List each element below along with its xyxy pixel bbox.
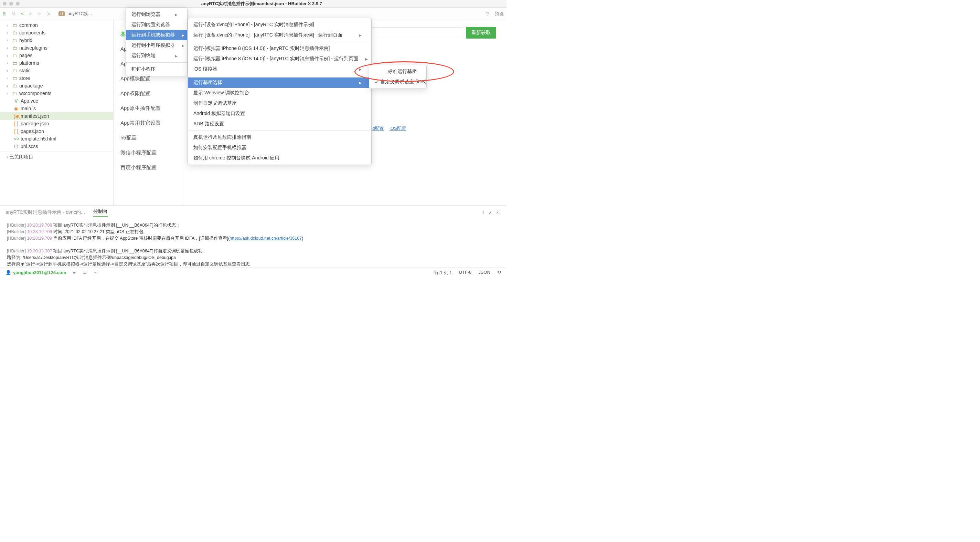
maximize-circle-icon[interactable]	[16, 2, 20, 5]
title-bar: anyRTC实时消息插件示例/manifest.json - HBuilder …	[0, 0, 506, 8]
forward-icon[interactable]: >	[29, 11, 32, 16]
file-icon: V	[14, 98, 19, 104]
file-icon: [ ]	[14, 128, 19, 134]
folder-wxcomponents[interactable]: ›🗀wxcomponents	[0, 89, 113, 97]
file-icon: [◉]	[14, 113, 19, 119]
menu-item[interactable]: 运行到浏览器▶	[126, 9, 187, 20]
tab-running[interactable]: anyRTC实时消息插件示例 - dvnc的...	[5, 209, 85, 215]
config-nav-item[interactable]: App常用其它设置	[113, 116, 182, 131]
ios-config-link-2[interactable]: iOS配置	[390, 126, 406, 131]
menu-item[interactable]: 制作自定义调试基座	[188, 98, 371, 108]
check-icon: ✓	[375, 79, 379, 85]
file-package.json[interactable]: [ ]package.json	[0, 120, 113, 128]
menu-item[interactable]: ✓自定义调试基座 (iOS)	[369, 77, 426, 87]
export-icon[interactable]: ⤴	[482, 210, 485, 215]
folder-icon: 🗀	[13, 83, 17, 89]
config-nav-item[interactable]: 微信小程序配置	[113, 145, 182, 160]
folder-icon: 🗀	[13, 53, 17, 58]
file-uni.scss[interactable]: ⬡uni.scss	[0, 143, 113, 150]
minimize-circle-icon[interactable]	[9, 2, 13, 5]
chevron-right-icon: ▶	[359, 67, 362, 71]
new-file-icon[interactable]: ⎘	[3, 11, 5, 16]
menu-item[interactable]: 运行到内置浏览器	[126, 20, 187, 30]
folder-icon: 🗀	[13, 75, 17, 81]
chevron-right-icon: ▶	[182, 33, 185, 37]
folder-platforms[interactable]: ›🗀platforms	[0, 59, 113, 67]
closed-projects[interactable]: › 已关闭项目	[0, 151, 113, 162]
folder-icon: 🗀	[13, 60, 17, 66]
file-App.vue[interactable]: VApp.vue	[0, 97, 113, 105]
wrap-icon[interactable]: ×↓	[496, 210, 501, 215]
menu-item[interactable]: 运行到终端▶	[126, 51, 187, 61]
file-icon: <>	[14, 136, 19, 142]
star-icon[interactable]: ☆	[37, 11, 41, 16]
folder-store[interactable]: ›🗀store	[0, 74, 113, 82]
config-nav-item[interactable]: App原生插件配置	[113, 101, 182, 116]
folder-hybrid[interactable]: ›🗀hybrid	[0, 37, 113, 44]
list-icon[interactable]: ≡	[73, 270, 76, 275]
bottom-tabs: anyRTC实时消息插件示例 - dvnc的... 控制台 ⤴ ∧ ×↓	[0, 206, 506, 219]
breadcrumb-project: anyRTC实...	[67, 11, 92, 17]
file-template.h5.html[interactable]: <>template.h5.html	[0, 135, 113, 143]
language-mode[interactable]: JSON	[478, 269, 490, 276]
filter-icon[interactable]: ▽	[486, 11, 489, 16]
refresh-button[interactable]: 重新获取	[466, 27, 496, 38]
breadcrumb: U anyRTC实...	[56, 10, 480, 18]
sync-icon[interactable]: ⟲	[497, 269, 501, 276]
config-nav-item[interactable]: 百度小程序配置	[113, 160, 182, 175]
folder-icon: 🗀	[13, 45, 17, 51]
encoding[interactable]: UTF-8	[459, 269, 471, 276]
menu-item[interactable]: 运行-[设备:dvnc的 iPhone] - [anyRTC 实时消息插件示例]…	[188, 30, 371, 40]
menu-item[interactable]: ADB 路径设置	[188, 119, 371, 129]
folder-common[interactable]: ›🗀common	[0, 21, 113, 29]
link-icon[interactable]: ⚯	[94, 270, 97, 275]
menu-item[interactable]: 运行-[模拟器:iPhone 8 (iOS 14.0)] - [anyRTC 实…	[188, 54, 371, 64]
chevron-right-icon: ▶	[175, 13, 178, 16]
config-nav-item[interactable]: h5配置	[113, 131, 182, 145]
terminal-icon[interactable]: ▭	[83, 270, 87, 275]
menu-item[interactable]: 运行-[模拟器:iPhone 8 (iOS 14.0)] - [anyRTC 实…	[188, 43, 371, 54]
file-icon: ◉	[14, 106, 19, 111]
folder-pages[interactable]: ›🗀pages	[0, 52, 113, 59]
runtime-base-submenu: 标准运行基座✓自定义调试基座 (iOS)	[369, 65, 427, 89]
chevron-right-icon: ▶	[175, 54, 178, 58]
folder-static[interactable]: ›🗀static	[0, 67, 113, 74]
chevron-right-icon: ▶	[182, 44, 185, 48]
file-explorer: ›🗀common›🗀components›🗀hybrid›🗀nativeplug…	[0, 20, 113, 205]
status-user[interactable]: 👤 yangjihua2011@126.com	[5, 270, 66, 275]
menu-item[interactable]: 运行基座选择▶	[188, 78, 371, 88]
chevron-right-icon: ▶	[359, 33, 362, 37]
file-pages.json[interactable]: [ ]pages.json	[0, 128, 113, 135]
menu-item[interactable]: 如何用 chrome 控制台调试 Android 应用	[188, 153, 371, 163]
cursor-position: 行:1 列:1	[434, 269, 452, 276]
folder-nativeplugins[interactable]: ›🗀nativeplugins	[0, 44, 113, 52]
menu-item[interactable]: iOS 模拟器▶	[188, 64, 371, 74]
menu-item[interactable]: 钉钉小程序	[126, 64, 187, 74]
folder-components[interactable]: ›🗀components	[0, 29, 113, 37]
menu-item[interactable]: 标准运行基座	[369, 67, 426, 77]
menu-item[interactable]: 如何安装配置手机模拟器	[188, 143, 371, 153]
back-icon[interactable]: <	[21, 11, 24, 16]
preview-button[interactable]: 预览	[495, 11, 504, 17]
run-icon[interactable]: ▷	[47, 11, 50, 16]
status-bar: 👤 yangjihua2011@126.com ≡ ▭ ⚯ 行:1 列:1 UT…	[0, 268, 506, 277]
save-icon[interactable]: 🖫	[11, 11, 16, 16]
menu-item[interactable]: 运行到小程序模拟器▶	[126, 40, 187, 51]
run-menu: 运行到浏览器▶运行到内置浏览器运行到手机或模拟器▶运行到小程序模拟器▶运行到终端…	[126, 8, 188, 76]
menu-item[interactable]: 运行-[设备:dvnc的 iPhone] - [anyRTC 实时消息插件示例]	[188, 20, 371, 30]
menu-item[interactable]: 显示 Webview 调试控制台	[188, 88, 371, 98]
folder-icon: 🗀	[13, 22, 17, 28]
menu-item[interactable]: Android 模拟器端口设置	[188, 108, 371, 119]
menu-item[interactable]: 真机运行常见故障排除指南	[188, 132, 371, 143]
file-main.js[interactable]: ◉main.js	[0, 105, 113, 112]
chevron-right-icon: ▶	[359, 81, 362, 85]
collapse-icon[interactable]: ∧	[488, 210, 492, 215]
file-manifest.json[interactable]: [◉]manifest.json	[0, 112, 113, 120]
folder-unpackage[interactable]: ›🗀unpackage	[0, 82, 113, 89]
console-link-1[interactable]: https://ask.dcloud.net.cn/article/36107	[229, 236, 302, 241]
folder-icon: 🗀	[13, 38, 17, 43]
close-circle-icon[interactable]	[3, 2, 6, 5]
menu-item[interactable]: 运行到手机或模拟器▶	[126, 30, 187, 40]
config-nav-item[interactable]: App权限配置	[113, 86, 182, 101]
tab-console[interactable]: 控制台	[93, 208, 108, 217]
